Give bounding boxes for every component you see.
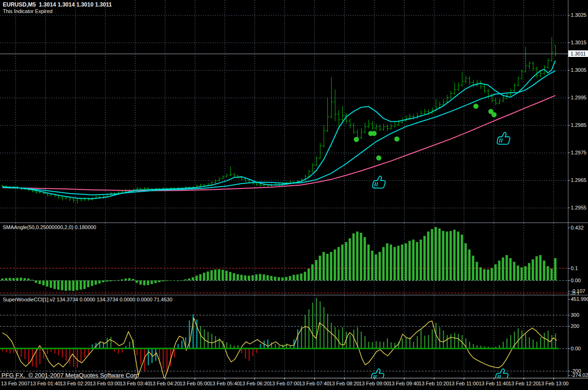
time-axis-tick (434, 378, 434, 380)
mt4-chart-window: EURUSD,M5 1.3014 1.3014 1.3010 1.3011 Th… (0, 0, 588, 390)
time-axis-tick (404, 378, 404, 380)
price-axis-label: 1.3015 (571, 40, 587, 45)
sma-angle-panel[interactable]: SMAAngle(50,0.25000000,2,0) 0.180000 (0, 223, 568, 295)
price-axis-label: 1.2985 (571, 122, 587, 128)
time-axis-tick (284, 378, 285, 380)
current-price-badge: 1.3011 (568, 50, 588, 57)
sma-axis-label: 0.00 (571, 278, 581, 283)
time-axis-tick (464, 378, 464, 380)
price-axis-label: 1.2995 (571, 95, 587, 100)
time-axis-tick (165, 378, 165, 380)
cci-axis-label: 200 (571, 323, 579, 329)
cci-panel[interactable]: SuperWoodieCCI[1].v2 134.3734 0.0000 134… (0, 295, 568, 378)
chart-title: EURUSD,M5 1.3014 1.3014 1.3010 1.3011 (3, 1, 112, 8)
copyright: PFG FX, © 2001-2007 MetaQuotes Software … (1, 372, 139, 379)
cci-axis-label: 300 (571, 312, 579, 318)
price-chart-canvas[interactable] (0, 0, 568, 223)
sma-axis-label: 0.432 (571, 225, 584, 230)
time-axis-tick (195, 378, 195, 380)
price-axis-label: 1.3025 (571, 12, 587, 18)
sma-axis-label: -0.1 (571, 291, 580, 296)
price-axis-label: 1.3005 (571, 67, 587, 73)
price-chart-panel[interactable]: EURUSD,M5 1.3014 1.3014 1.3010 1.3011 Th… (0, 0, 568, 223)
indicator-expired-note: This Indicator Expired (3, 8, 52, 14)
cci-axis-label: 451.9901 (571, 296, 588, 302)
time-axis-tick (553, 378, 554, 380)
time-axis-label: 13 Feb 13:00 (532, 381, 574, 386)
cci-header: SuperWoodieCCI[1].v2 134.3734 0.0000 134… (3, 297, 172, 302)
time-axis-tick (494, 378, 494, 380)
time-axis-tick (225, 378, 225, 380)
sma-axis-label: 0.1 (571, 265, 578, 271)
time-axis-tick (374, 378, 375, 380)
time-axis-tick (524, 378, 524, 380)
panel-separator[interactable] (0, 223, 588, 223)
time-axis-tick (314, 378, 315, 380)
cci-axis-label: 0.00 (571, 346, 581, 351)
time-axis[interactable]: 13 Feb 200713 Feb 01:4013 Feb 02:2013 Fe… (0, 378, 588, 390)
cci-canvas[interactable] (0, 295, 568, 378)
price-axis-label: 1.2975 (571, 150, 587, 155)
cci-axis-label: -274.0264 (571, 372, 588, 378)
time-axis-tick (344, 378, 345, 380)
price-axis-label: 1.2965 (571, 177, 587, 183)
panel-separator[interactable] (0, 295, 588, 295)
price-axis-label: 1.2955 (571, 205, 587, 210)
sma-angle-header: SMAAngle(50,0.25000000,2,0) 0.180000 (3, 224, 96, 230)
sma-angle-canvas[interactable] (0, 223, 568, 295)
time-axis-tick (255, 378, 255, 380)
